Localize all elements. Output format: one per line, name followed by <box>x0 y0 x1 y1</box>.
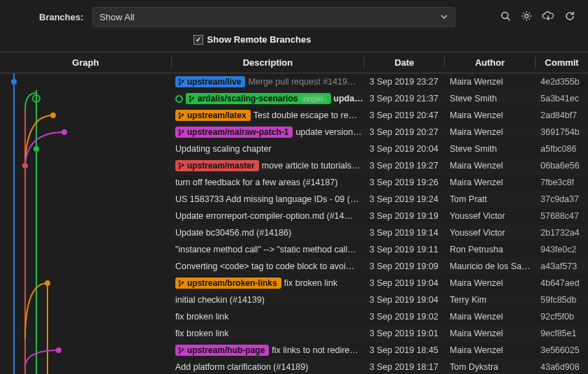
commit-hash: 4e2d355b <box>535 77 588 87</box>
commit-date: 3 Sep 2019 19:11 <box>364 245 444 254</box>
header-author: Author <box>444 57 535 68</box>
commit-row[interactable]: upstream/mairaw-patch-1update version…3 … <box>171 124 588 141</box>
commit-date: 3 Sep 2019 19:09 <box>364 261 444 271</box>
commit-row[interactable]: turn off feedback for a few areas (#1418… <box>171 174 588 191</box>
svg-point-21 <box>179 113 181 115</box>
commit-description-cell: Update errorreport-compiler-option.md (#… <box>171 211 364 221</box>
commit-message: Add platform clarification (#14189) <box>175 362 364 372</box>
commit-author: Maira Wenzel <box>444 178 535 187</box>
commit-hash: 92cf5f0b <box>535 312 588 322</box>
commit-hash: 3e566025 <box>535 345 588 355</box>
svg-point-24 <box>179 129 181 131</box>
commit-hash: 2ad84bf7 <box>535 110 588 120</box>
svg-point-0 <box>502 13 508 19</box>
svg-point-12 <box>22 163 28 168</box>
show-remote-label: Show Remote Branches <box>207 34 311 45</box>
branches-select-value: Show All <box>100 12 135 22</box>
commit-row[interactable]: Update errorreport-compiler-option.md (#… <box>171 208 588 224</box>
commit-row[interactable]: upstream/hub-pagefix links to not redire… <box>171 342 588 359</box>
commit-description-cell: turn off feedback for a few areas (#1418… <box>171 178 364 187</box>
commit-message: fix broken link <box>175 312 364 322</box>
branch-tag[interactable]: upstream/latex <box>175 110 251 121</box>
commit-description-cell: upstream/hub-pagefix links to not redire… <box>171 345 364 356</box>
commit-author: Youssef Victor <box>444 211 535 221</box>
commit-hash: 3691754b <box>535 127 588 137</box>
commit-row[interactable]: Updating scaling chapter3 Sep 2019 20:04… <box>171 141 588 157</box>
commit-date: 3 Sep 2019 20:27 <box>364 127 444 137</box>
commit-author: Youssef Victor <box>444 228 535 238</box>
commit-message: fix broken link <box>284 278 364 288</box>
commit-row[interactable]: upstream/broken-linksfix broken link3 Se… <box>171 275 588 292</box>
show-remote-checkbox[interactable]: ✓ <box>193 35 203 45</box>
commit-hash: 57688c47 <box>535 211 588 221</box>
commit-date: 3 Sep 2019 19:27 <box>364 161 444 171</box>
commit-date: 3 Sep 2019 19:04 <box>364 278 444 288</box>
search-icon[interactable] <box>500 10 511 24</box>
commit-message: Merge pull request #1419… <box>248 77 364 87</box>
commit-hash: 06ba6e56 <box>535 161 588 171</box>
branch-tag[interactable]: upstream/broken-links <box>175 278 281 289</box>
commit-row[interactable]: upstream/latexTest double escape to re…3… <box>171 107 588 124</box>
refresh-icon[interactable] <box>564 10 575 24</box>
svg-point-28 <box>179 167 181 169</box>
commit-hash: a43af573 <box>535 261 588 271</box>
branch-tag[interactable]: upstream/master <box>175 160 259 171</box>
commit-hash: a5fbc086 <box>535 144 588 154</box>
svg-point-13 <box>45 280 50 286</box>
commit-row[interactable]: Converting <code> tag to code block to a… <box>171 258 588 275</box>
commit-list: upstream/liveMerge pull request #1419…3 … <box>171 73 588 374</box>
commit-row[interactable]: fix broken link3 Sep 2019 19:01Maira Wen… <box>171 325 588 342</box>
commit-date: 3 Sep 2019 19:19 <box>364 211 444 221</box>
commit-hash: 37c9da37 <box>535 194 588 204</box>
commit-description-cell: Converting <code> tag to code block to a… <box>171 261 364 271</box>
svg-point-25 <box>179 134 181 136</box>
commit-row[interactable]: upstream/mastermove article to tutorials… <box>171 157 588 174</box>
svg-line-1 <box>508 18 510 21</box>
commit-row[interactable]: "instance method call" --> "static metho… <box>171 241 588 258</box>
gear-icon[interactable] <box>521 10 532 24</box>
commit-row[interactable]: initial checkin (#14139)3 Sep 2019 19:04… <box>171 292 588 308</box>
commit-date: 3 Sep 2019 21:37 <box>364 94 444 103</box>
branches-select[interactable]: Show All <box>92 7 455 27</box>
commit-row[interactable]: US 1583733 Add missing language IDs - 09… <box>171 191 588 208</box>
branch-tag[interactable]: upstream/live <box>175 76 245 87</box>
commit-author: Maira Wenzel <box>444 110 535 120</box>
svg-point-2 <box>525 15 529 18</box>
commit-date: 3 Sep 2019 19:02 <box>364 312 444 322</box>
commit-message: Update bc30456.md (#14186) <box>175 228 364 238</box>
commit-author: Mauricio de los San… <box>444 261 535 271</box>
branch-tag[interactable]: upstream/hub-page <box>175 345 269 356</box>
chevron-down-icon <box>441 12 448 22</box>
commit-hash: 43a6d908 <box>535 362 588 372</box>
commit-date: 3 Sep 2019 20:04 <box>364 144 444 154</box>
commit-row[interactable]: upstream/liveMerge pull request #1419…3 … <box>171 73 588 90</box>
origin-chip: origin <box>300 94 326 103</box>
commit-message: upda… <box>334 94 364 103</box>
svg-point-31 <box>179 285 181 287</box>
commit-description-cell: upstream/broken-linksfix broken link <box>171 278 364 289</box>
commit-author: Maira Wenzel <box>444 312 535 322</box>
commit-row[interactable]: Update bc30456.md (#14186)3 Sep 2019 19:… <box>171 224 588 241</box>
svg-point-27 <box>179 163 181 165</box>
commit-row[interactable]: fix broken link3 Sep 2019 19:02Maira Wen… <box>171 308 588 325</box>
branch-tag[interactable]: upstream/mairaw-patch-1 <box>175 127 293 138</box>
commit-author: Maira Wenzel <box>444 329 535 338</box>
svg-point-16 <box>179 83 181 85</box>
cloud-down-icon[interactable] <box>542 10 554 24</box>
commit-description-cell: Update bc30456.md (#14186) <box>171 228 364 238</box>
svg-point-14 <box>56 347 61 353</box>
commit-row[interactable]: ardalis/scaling-scenariosoriginupda…3 Se… <box>171 90 588 107</box>
head-indicator-icon <box>175 95 183 103</box>
commit-message: Test double escape to re… <box>253 110 364 120</box>
commit-date: 3 Sep 2019 19:14 <box>364 228 444 238</box>
header-graph: Graph <box>0 57 171 68</box>
commit-author: Maira Wenzel <box>444 161 535 171</box>
svg-point-30 <box>179 280 181 282</box>
branch-tag[interactable]: ardalis/scaling-scenariosorigin <box>186 93 331 104</box>
commit-description-cell: "instance method call" --> "static metho… <box>171 245 364 254</box>
commit-date: 3 Sep 2019 18:17 <box>364 362 444 372</box>
commit-description-cell: upstream/latexTest double escape to re… <box>171 110 364 121</box>
commit-row[interactable]: Add platform clarification (#14189)3 Sep… <box>171 359 588 374</box>
header-description: Description <box>171 57 364 68</box>
commit-message: Updating scaling chapter <box>175 144 364 154</box>
